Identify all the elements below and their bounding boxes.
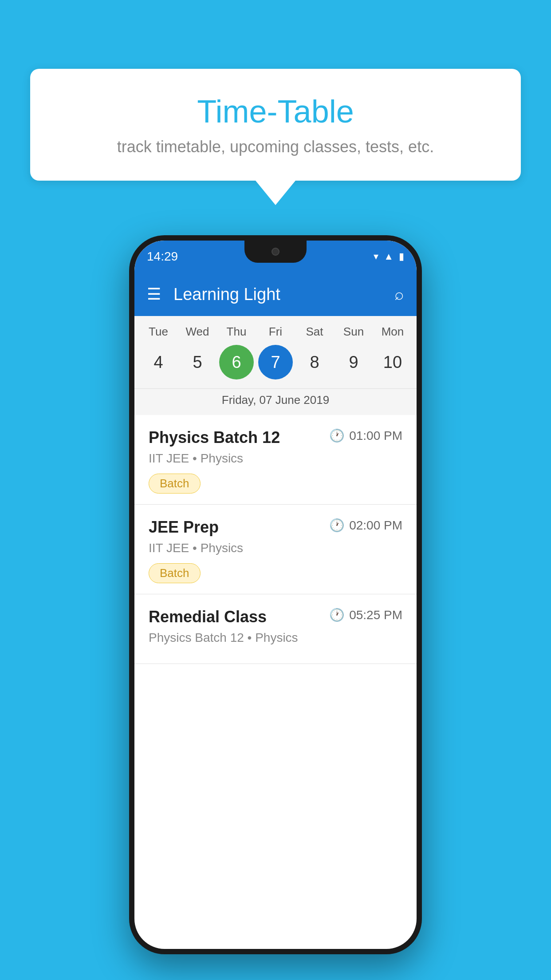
schedule-item-3-time: 🕐 05:25 PM — [329, 608, 402, 622]
schedule-item-2[interactable]: JEE Prep 🕐 02:00 PM IIT JEE • Physics Ba… — [134, 505, 417, 594]
speech-bubble-subtitle: track timetable, upcoming classes, tests… — [57, 138, 494, 156]
schedule-item-1[interactable]: Physics Batch 12 🕐 01:00 PM IIT JEE • Ph… — [134, 415, 417, 505]
schedule-item-2-time: 🕐 02:00 PM — [329, 518, 402, 533]
schedule-item-1-header: Physics Batch 12 🕐 01:00 PM — [149, 428, 402, 447]
battery-icon: ▮ — [399, 251, 404, 262]
calendar-strip: Tue Wed Thu Fri Sat Sun Mon 4 5 6 7 8 9 … — [134, 316, 417, 415]
schedule-item-1-time: 🕐 01:00 PM — [329, 428, 402, 443]
day-label-fri: Fri — [258, 325, 293, 339]
day-8[interactable]: 8 — [297, 345, 332, 379]
selected-date: Friday, 07 June 2019 — [134, 388, 417, 415]
day-6-today[interactable]: 6 — [219, 345, 254, 379]
day-9[interactable]: 9 — [336, 345, 371, 379]
day-label-sat: Sat — [297, 325, 332, 339]
camera-dot — [272, 248, 279, 256]
status-icons: ▾ ▲ ▮ — [374, 251, 404, 262]
day-label-wed: Wed — [180, 325, 215, 339]
clock-icon-2: 🕐 — [329, 518, 345, 533]
schedule-item-2-title: JEE Prep — [149, 518, 219, 537]
phone-frame: 14:29 ▾ ▲ ▮ ☰ Learning Light ⌕ Tue Wed T… — [129, 235, 422, 954]
status-bar: 14:29 ▾ ▲ ▮ — [134, 241, 417, 273]
status-time: 14:29 — [147, 249, 178, 264]
schedule-item-2-header: JEE Prep 🕐 02:00 PM — [149, 518, 402, 537]
search-icon[interactable]: ⌕ — [394, 285, 404, 304]
speech-bubble-tail — [256, 181, 295, 205]
day-labels: Tue Wed Thu Fri Sat Sun Mon — [134, 325, 417, 339]
batch-badge-2: Batch — [149, 563, 201, 583]
day-label-mon: Mon — [375, 325, 410, 339]
day-numbers: 4 5 6 7 8 9 10 — [134, 345, 417, 379]
day-5[interactable]: 5 — [180, 345, 215, 379]
clock-icon-3: 🕐 — [329, 608, 345, 622]
day-label-thu: Thu — [219, 325, 254, 339]
speech-bubble-container: Time-Table track timetable, upcoming cla… — [30, 69, 521, 205]
schedule-item-2-subtitle: IIT JEE • Physics — [149, 541, 402, 555]
clock-icon-1: 🕐 — [329, 428, 345, 443]
notch — [244, 241, 307, 263]
schedule-item-3-header: Remedial Class 🕐 05:25 PM — [149, 608, 402, 626]
phone-screen: 14:29 ▾ ▲ ▮ ☰ Learning Light ⌕ Tue Wed T… — [134, 241, 417, 949]
wifi-icon: ▾ — [374, 251, 378, 262]
day-4[interactable]: 4 — [141, 345, 176, 379]
schedule-item-1-title: Physics Batch 12 — [149, 428, 280, 447]
day-7-selected[interactable]: 7 — [258, 345, 293, 379]
hamburger-icon[interactable]: ☰ — [147, 286, 161, 302]
speech-bubble-title: Time-Table — [57, 93, 494, 130]
day-label-tue: Tue — [141, 325, 176, 339]
speech-bubble: Time-Table track timetable, upcoming cla… — [30, 69, 521, 181]
schedule-item-1-subtitle: IIT JEE • Physics — [149, 451, 402, 466]
schedule-item-3-title: Remedial Class — [149, 608, 267, 626]
schedule-list: Physics Batch 12 🕐 01:00 PM IIT JEE • Ph… — [134, 415, 417, 664]
app-bar: ☰ Learning Light ⌕ — [134, 273, 417, 316]
batch-badge-1: Batch — [149, 474, 201, 494]
day-10[interactable]: 10 — [375, 345, 410, 379]
schedule-item-3-subtitle: Physics Batch 12 • Physics — [149, 631, 402, 645]
schedule-item-3[interactable]: Remedial Class 🕐 05:25 PM Physics Batch … — [134, 594, 417, 664]
day-label-sun: Sun — [336, 325, 371, 339]
signal-icon: ▲ — [384, 251, 394, 262]
app-title: Learning Light — [173, 285, 394, 304]
